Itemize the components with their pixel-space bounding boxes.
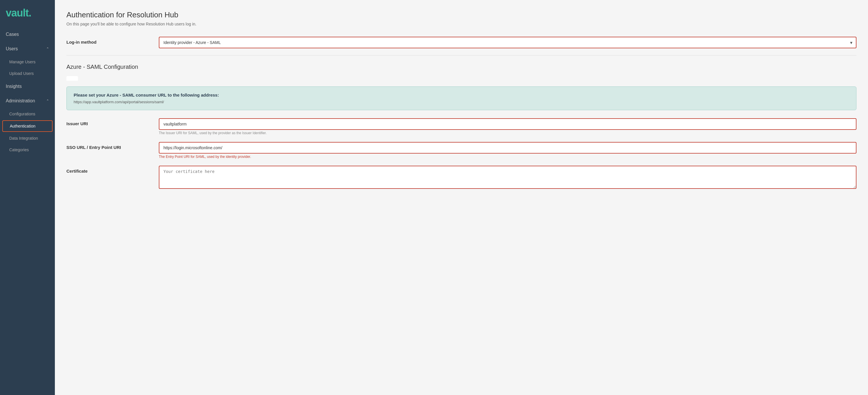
login-method-select-wrapper: Identity provider - Azure - SAMLLocalIde… xyxy=(159,37,857,48)
page-subtitle: On this page you'll be able to configure… xyxy=(66,22,857,26)
issuer-uri-input[interactable] xyxy=(159,118,857,130)
issuer-uri-control: The Issuer URI for SAML, used by the pro… xyxy=(159,118,857,135)
divider xyxy=(66,55,857,56)
sso-url-label: SSO URL / Entry Point URI xyxy=(66,142,153,150)
certificate-label: Certificate xyxy=(66,166,153,173)
login-method-select[interactable]: Identity provider - Azure - SAMLLocalIde… xyxy=(159,37,857,48)
login-method-label: Log-in method xyxy=(66,37,153,45)
issuer-uri-row: Issuer URI The Issuer URI for SAML, used… xyxy=(66,118,857,135)
sidebar-item-cases-label: Cases xyxy=(6,32,19,37)
certificate-control xyxy=(159,166,857,190)
sidebar-item-configurations[interactable]: Configurations xyxy=(0,108,55,120)
issuer-uri-hint: The Issuer URI for SAML, used by the pro… xyxy=(159,131,857,135)
issuer-uri-label: Issuer URI xyxy=(66,118,153,126)
sidebar: vault. Cases Users ⌃ Manage Users Upload… xyxy=(0,0,55,395)
sidebar-submenu-administration: Configurations Authentication Data Integ… xyxy=(0,108,55,156)
info-box-title: Please set your Azure - SAML consumer UR… xyxy=(74,92,849,97)
sidebar-item-authentication[interactable]: Authentication xyxy=(2,120,53,132)
info-box-url: https://app.vaultplatform.com/api/portal… xyxy=(74,100,849,104)
sso-url-input[interactable] xyxy=(159,142,857,153)
section-title: Azure - SAML Configuration xyxy=(66,64,857,70)
login-method-control: Identity provider - Azure - SAMLLocalIde… xyxy=(159,37,857,48)
sidebar-item-administration[interactable]: Administration ⌃ xyxy=(0,94,55,108)
certificate-textarea[interactable] xyxy=(159,166,857,189)
sso-url-hint: The Entry Point URI for SAML, used by th… xyxy=(159,155,857,159)
sidebar-item-categories[interactable]: Categories xyxy=(0,144,55,156)
sidebar-item-cases[interactable]: Cases xyxy=(0,27,55,41)
sidebar-item-manage-users[interactable]: Manage Users xyxy=(0,56,55,68)
tab-bar xyxy=(66,76,857,81)
info-box: Please set your Azure - SAML consumer UR… xyxy=(66,86,857,110)
sidebar-submenu-users: Manage Users Upload Users xyxy=(0,56,55,79)
sidebar-item-data-integration[interactable]: Data Integration xyxy=(0,133,55,144)
sidebar-item-insights-label: Insights xyxy=(6,84,22,89)
tab-1[interactable] xyxy=(66,76,78,81)
login-method-row: Log-in method Identity provider - Azure … xyxy=(66,37,857,48)
sidebar-item-users[interactable]: Users ⌃ xyxy=(0,41,55,56)
sidebar-item-insights[interactable]: Insights xyxy=(0,79,55,94)
sidebar-item-upload-users[interactable]: Upload Users xyxy=(0,68,55,79)
certificate-row: Certificate xyxy=(66,166,857,190)
sidebar-item-administration-label: Administration xyxy=(6,98,35,104)
chevron-up-icon-admin: ⌃ xyxy=(46,99,49,103)
sidebar-item-users-label: Users xyxy=(6,46,18,52)
chevron-up-icon: ⌃ xyxy=(46,47,49,51)
logo: vault. xyxy=(0,0,55,27)
sso-url-row: SSO URL / Entry Point URI The Entry Poin… xyxy=(66,142,857,159)
sso-url-control: The Entry Point URI for SAML, used by th… xyxy=(159,142,857,159)
page-title: Authentication for Resolution Hub xyxy=(66,10,857,19)
main-content: Authentication for Resolution Hub On thi… xyxy=(55,0,868,395)
